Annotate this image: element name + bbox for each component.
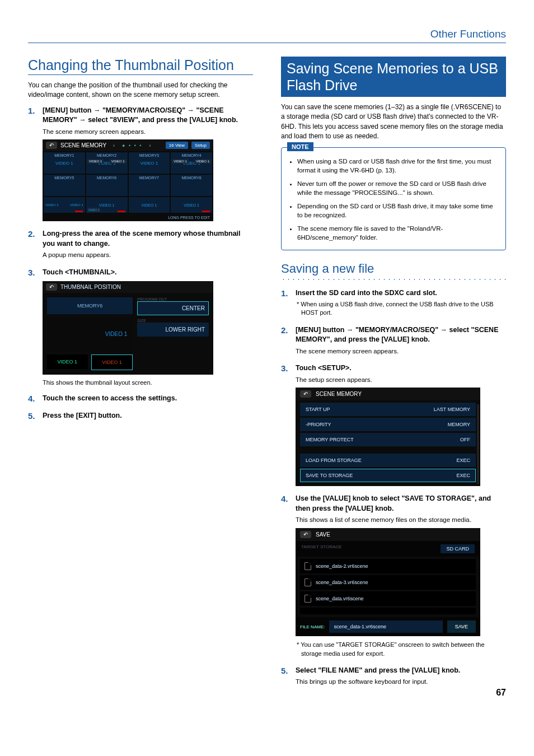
right-title: Saving Scene Memories to a USB Flash Dri…	[281, 57, 506, 97]
step-2: Long-press the area of the scene memory …	[28, 229, 253, 260]
memory-cell-3: MEMORY3VIDEO 1	[129, 152, 170, 174]
file-item-3: scene_data.vr6scene	[300, 591, 476, 606]
save-star-note: * You can use "TARGET STORAGE" onscreen …	[296, 641, 506, 658]
view-16-button: 16 View	[166, 142, 188, 149]
rstep-1-star: * When using a USB flash drive, connect …	[296, 300, 506, 318]
memory-cell-4: MEMORY4VIDEO 1VIDEO 1VIDEO 1	[171, 152, 212, 174]
right-steps: Insert the SD card into the SDXC card sl…	[281, 288, 506, 687]
target-storage-label: TARGET STORAGE	[301, 544, 342, 553]
rstep-5-head: Select "FILE NAME" and press the [VALUE]…	[296, 666, 506, 676]
thumbpos-title: THUMBNAIL POSITION	[60, 284, 121, 290]
lower-right-option: LOWER RIGHT	[137, 323, 209, 337]
setup-row-startup: START UPLAST MEMORY	[300, 403, 476, 416]
step-2-sub: A popup menu appears.	[43, 250, 253, 260]
right-column: Saving Scene Memories to a USB Flash Dri…	[281, 57, 506, 694]
page-number: 67	[496, 688, 506, 698]
rstep-2-sub: The scene memory screen appears.	[296, 347, 506, 356]
foot-cell-4: VIDEO 1	[171, 197, 212, 213]
save-button: SAVE	[447, 620, 476, 633]
foot-cell-2: VIDEO 1VIDEO 1	[86, 197, 128, 213]
memory-cell-7: MEMORY7	[129, 175, 170, 196]
rstep-1: Insert the SD card into the SDXC card sl…	[281, 288, 506, 317]
back-icon: ↶	[300, 531, 311, 538]
memory-cell-8: MEMORY8	[171, 175, 212, 196]
long-press-hint: LONG PRESS TO EDIT	[43, 214, 213, 221]
nav-left-icon: ‹	[113, 143, 115, 148]
setup-title: SCENE MEMORY	[316, 391, 362, 397]
header-section: Other Functions	[28, 28, 506, 40]
scene-memory-screenshot: ↶ SCENE MEMORY ‹ ● • • • › 16 View Setup…	[43, 139, 213, 221]
video-cell-1: VIDEO 1	[47, 354, 88, 369]
left-steps: [MENU] button → "MEMORY/MACRO/SEQ" → "SC…	[28, 106, 253, 421]
memory-cell-6: MEMORY6	[86, 175, 128, 196]
left-intro: You can change the position of the thumb…	[28, 81, 253, 100]
scrollbar	[477, 404, 479, 484]
step-1-sub: The scene memory screen appears.	[43, 127, 253, 137]
file-icon	[305, 562, 311, 570]
setup-row-priority: -PRIORITYMEMORY	[300, 418, 476, 431]
rstep-4-sub: This shows a list of scene memory files …	[296, 515, 506, 525]
center-option: CENTER	[137, 301, 209, 315]
back-icon: ↶	[46, 283, 57, 291]
rstep-1-head: Insert the SD card into the SDXC card sl…	[296, 288, 506, 298]
nav-right-icon: ›	[149, 143, 151, 148]
file-item-1: scene_data-2.vr6scene	[300, 559, 476, 573]
save-screenshot: ↶ SAVE TARGET STORAGE SD CARD scene_data…	[296, 528, 480, 636]
note-2: Never turn off the power or remove the S…	[297, 179, 499, 197]
scenegrid-title: SCENE MEMORY	[60, 142, 106, 148]
note-4: The scene memory file is saved to the "R…	[297, 224, 499, 242]
save-title: SAVE	[316, 531, 330, 538]
header-rule	[28, 43, 506, 43]
rstep-5: Select "FILE NAME" and press the [VALUE]…	[281, 666, 506, 687]
rstep-2: [MENU] button → "MEMORY/MACRO/SEQ" → sel…	[281, 325, 506, 356]
target-storage-value: SD CARD	[441, 544, 475, 553]
rstep-3-sub: The setup screen appears.	[296, 375, 506, 385]
page-dots: ● • • •	[122, 143, 142, 148]
dot-rule	[281, 278, 506, 281]
memory-slot-label: MEMORY6	[47, 297, 133, 314]
thumbpos-caption: This shows the thumbnail layout screen.	[43, 379, 253, 386]
note-1: When using a SD card or USB flash drive …	[297, 157, 499, 175]
thumbnail-position-screenshot: ↶ THUMBNAIL POSITION MEMORY6 VIDEO 1 VID…	[43, 281, 213, 375]
file-item-2: scene_data-3.vr6scene	[300, 575, 476, 590]
right-intro: You can save the scene memories (1–32) a…	[281, 102, 506, 142]
left-title: Changing the Thumbnail Position	[28, 57, 253, 75]
file-icon	[305, 595, 311, 603]
step-1: [MENU] button → "MEMORY/MACRO/SEQ" → "SC…	[28, 106, 253, 222]
step-4-head: Touch the screen to access the settings.	[43, 394, 253, 404]
step-3: Touch <THUMBNAIL>. ↶ THUMBNAIL POSITION …	[28, 268, 253, 386]
setup-button: Setup	[191, 142, 210, 149]
memory-cell-1: MEMORY1VIDEO 1	[44, 152, 85, 174]
video-cell-2: VIDEO 1	[91, 354, 133, 370]
memory-cell-2: MEMORY2VIDEO 1VIDEO 1VIDEO 1	[86, 152, 128, 174]
step-1-head: [MENU] button → "MEMORY/MACRO/SEQ" → "SC…	[43, 106, 253, 125]
step-5-head: Press the [EXIT] button.	[43, 411, 253, 421]
rstep-4-head: Use the [VALUE] knob to select "SAVE TO …	[296, 494, 506, 514]
file-name-value: scene_data-1.vr6scene	[329, 620, 442, 633]
rstep-3-head: Touch <SETUP>.	[296, 363, 506, 374]
rstep-4: Use the [VALUE] knob to select "SAVE TO …	[281, 494, 506, 657]
memory-cell-5: MEMORY5	[44, 175, 85, 196]
step-3-head: Touch <THUMBNAIL>.	[43, 268, 253, 278]
file-icon	[305, 578, 311, 586]
preview-video: VIDEO 1	[47, 318, 133, 351]
rstep-5-sub: This brings up the software keyboard for…	[296, 677, 506, 687]
setup-row-protect: MEMORY PROTECTOFF	[300, 433, 476, 446]
step-2-head: Long-press the area of the scene memory …	[43, 229, 253, 249]
note-3: Depending on the SD card or USB flash dr…	[297, 202, 499, 220]
back-icon: ↶	[300, 390, 311, 398]
left-column: Changing the Thumbnail Position You can …	[28, 57, 253, 694]
foot-cell-3: VIDEO 1	[129, 197, 170, 213]
program-out-label: PROGRAM OUT	[137, 297, 209, 301]
note-box: NOTE When using a SD card or USB flash d…	[281, 147, 506, 251]
file-name-label: FILE NAME:	[300, 624, 325, 629]
setup-row-save: SAVE TO STORAGEEXEC	[300, 469, 476, 482]
step-4: Touch the screen to access the settings.	[28, 394, 253, 404]
foot-cell-1: VIDEO 1VIDEO 1	[44, 197, 85, 213]
saving-new-file-title: Saving a new file	[281, 262, 506, 276]
scene-memory-setup-screenshot: ↶ SCENE MEMORY START UPLAST MEMORY -PRIO…	[296, 388, 480, 486]
note-label: NOTE	[287, 142, 313, 151]
rstep-3: Touch <SETUP>. The setup screen appears.…	[281, 363, 506, 486]
setup-row-load: LOAD FROM STORAGEEXEC	[300, 454, 476, 467]
size-label: SIZE	[137, 319, 209, 323]
